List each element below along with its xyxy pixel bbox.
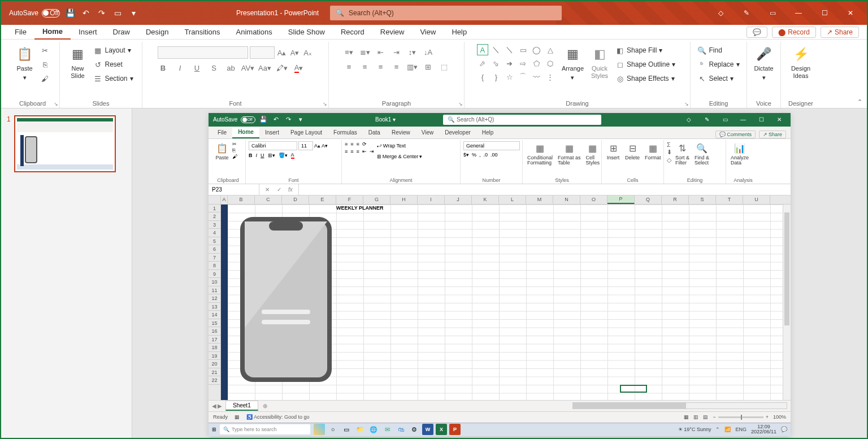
xl-bot-align[interactable]: ≡ (357, 141, 359, 147)
view-normal-icon[interactable]: ▦ (684, 414, 689, 420)
autosave-toggle[interactable]: Off (42, 9, 60, 18)
sheet-tab-1[interactable]: Sheet1 (225, 401, 258, 411)
font-size-box[interactable] (250, 46, 275, 59)
tb-weather[interactable]: ☀ 19°C Sunny (678, 427, 711, 432)
diamond-icon[interactable]: ◇ (708, 5, 734, 21)
align-center-button[interactable]: ≡ (359, 61, 371, 72)
xl-maximize-button[interactable]: ☐ (752, 115, 770, 125)
xl-italic-button[interactable]: I (256, 153, 258, 158)
para-launcher-icon[interactable]: ↘ (458, 101, 463, 107)
xl-tab-formulas[interactable]: Formulas (328, 127, 363, 138)
xl-fontcolor-button[interactable]: A (291, 152, 294, 159)
shape-line2-icon[interactable]: ＼ (504, 44, 515, 55)
linespacing-button[interactable]: ↕▾ (407, 46, 418, 58)
font-name-box[interactable] (158, 46, 248, 59)
coming-soon-icon[interactable]: ✎ (734, 5, 760, 21)
row-header-8[interactable]: 8 (209, 262, 220, 270)
xl-tab-data[interactable]: Data (363, 127, 386, 138)
row-header-12[interactable]: 12 (209, 294, 220, 303)
record-button[interactable]: ⬤Record (772, 27, 816, 38)
shadow-button[interactable]: ab (225, 62, 237, 73)
tab-home[interactable]: Home (34, 25, 71, 40)
xl-dec-font-icon[interactable]: A▾ (322, 143, 328, 149)
xl-delete-cells[interactable]: ⊟Delete (623, 141, 641, 162)
xl-tab-developer[interactable]: Developer (439, 127, 476, 138)
xl-bold-button[interactable]: B (249, 153, 253, 158)
save-icon[interactable]: 💾 (64, 7, 76, 19)
shape-line-icon[interactable]: ＼ (491, 44, 502, 55)
share-button[interactable]: ↗Share (821, 27, 859, 38)
xl-brush-icon[interactable]: 🖌 (232, 154, 237, 159)
zoom-slider[interactable] (718, 416, 763, 418)
xl-column-headers[interactable]: A B C D E F G H I J K L M N O P Q (209, 195, 791, 205)
xl-merge-button[interactable]: ⊞ Merge & Center ▾ (376, 152, 424, 161)
row-header-16[interactable]: 16 (209, 327, 220, 336)
ribbon-display-icon[interactable]: ▭ (760, 5, 785, 21)
add-sheet-button[interactable]: ⊕ (258, 403, 272, 409)
design-ideas-button[interactable]: ⚡Design Ideas (789, 44, 813, 81)
xl-font-size[interactable]: 11 (298, 141, 313, 150)
xl-vertical-scrollbar[interactable] (783, 205, 791, 400)
layout-button[interactable]: ▦Layout ▾ (91, 44, 135, 56)
tb-chevron-icon[interactable]: ⌃ (715, 427, 720, 432)
row-header-19[interactable]: 19 (209, 352, 220, 360)
strike-button[interactable]: S (209, 62, 220, 73)
slide-canvas[interactable]: AutoSave Off 💾 ↶ ↷ ▾ Book1 ▾ 🔍Search (Al… (132, 108, 867, 439)
xl-percent[interactable]: % (472, 152, 476, 158)
xl-cells-area[interactable]: WEEKLY PLANNER (221, 205, 783, 400)
xl-qat-more-icon[interactable]: ▾ (296, 115, 305, 124)
shape-curve-icon[interactable]: 〰 (531, 71, 542, 82)
xl-pen-icon[interactable]: ✎ (698, 115, 716, 125)
shape-arrow4-icon[interactable]: ⇨ (518, 58, 529, 69)
font-launcher-icon[interactable]: ↘ (323, 101, 327, 107)
tab-insert[interactable]: Insert (71, 25, 105, 40)
xl-sum-icon[interactable]: Σ (667, 141, 672, 148)
shape-tri-icon[interactable]: △ (545, 44, 556, 55)
qat-more-icon[interactable]: ▾ (128, 7, 139, 19)
numbering-button[interactable]: ≣▾ (359, 46, 371, 58)
xl-format-table[interactable]: ▦Format as Table (556, 141, 583, 167)
xl-paste-button[interactable]: 📋Paste (214, 141, 231, 162)
xl-insert-cells[interactable]: ⊞Insert (605, 141, 622, 162)
tab-draw[interactable]: Draw (105, 25, 138, 40)
xl-tab-insert[interactable]: Insert (259, 127, 285, 138)
xl-tab-pagelayout[interactable]: Page Layout (285, 127, 328, 138)
italic-button[interactable]: I (175, 62, 186, 73)
xl-cancel-icon[interactable]: ✕ (265, 186, 270, 193)
redo-icon[interactable]: ↷ (96, 7, 107, 19)
bullets-button[interactable]: ≡▾ (344, 46, 355, 58)
comments-button[interactable]: 💬 (747, 27, 767, 38)
xl-dec-dec[interactable]: .00 (491, 152, 498, 158)
bold-button[interactable]: B (158, 62, 169, 73)
row-header-15[interactable]: 15 (209, 319, 220, 328)
shape-rect-icon[interactable]: ▭ (518, 44, 529, 55)
paste-button[interactable]: 📋Paste▾ (14, 44, 36, 82)
row-header-9[interactable]: 9 (209, 270, 220, 279)
xl-inc-dec[interactable]: .0 (484, 152, 488, 158)
row-header-11[interactable]: 11 (209, 286, 220, 295)
xl-fill-button[interactable]: 🪣▾ (279, 153, 288, 158)
next-sheet-icon[interactable]: ▶ (218, 403, 222, 409)
clear-format-icon[interactable]: Aₓ (302, 47, 314, 58)
xl-orient[interactable]: ⟳ (362, 141, 367, 147)
tab-slideshow[interactable]: Slide Show (280, 25, 333, 40)
shape-oval-icon[interactable]: ◯ (531, 44, 542, 55)
tab-transitions[interactable]: Transitions (176, 25, 228, 40)
xl-underline-button[interactable]: U (261, 153, 264, 158)
pp-search-box[interactable]: 🔍 Search (Alt+Q) (330, 6, 562, 20)
row-header-21[interactable]: 21 (209, 368, 220, 377)
shape-arc-icon[interactable]: ⌒ (518, 71, 529, 82)
slide-thumbnail-1[interactable] (14, 115, 116, 172)
tb-word-icon[interactable]: W (422, 424, 433, 435)
taskbar-search[interactable]: 🔍Type here to search (220, 424, 310, 434)
xl-enter-icon[interactable]: ✓ (277, 186, 281, 193)
shape-arrow3-icon[interactable]: ➜ (504, 58, 515, 69)
tb-taskview-icon[interactable]: ▭ (341, 424, 352, 435)
tb-edge-icon[interactable]: 🌐 (368, 424, 379, 435)
shape-hex-icon[interactable]: ⬡ (545, 58, 556, 69)
xl-close-button[interactable]: ✕ (770, 115, 788, 125)
format-painter-button[interactable]: 🖌 (38, 72, 52, 85)
case-button[interactable]: Aa▾ (259, 62, 271, 73)
xl-copy-icon[interactable]: ⎘ (232, 147, 237, 153)
xl-wrap-button[interactable]: ⮐ Wrap Text (376, 141, 424, 150)
